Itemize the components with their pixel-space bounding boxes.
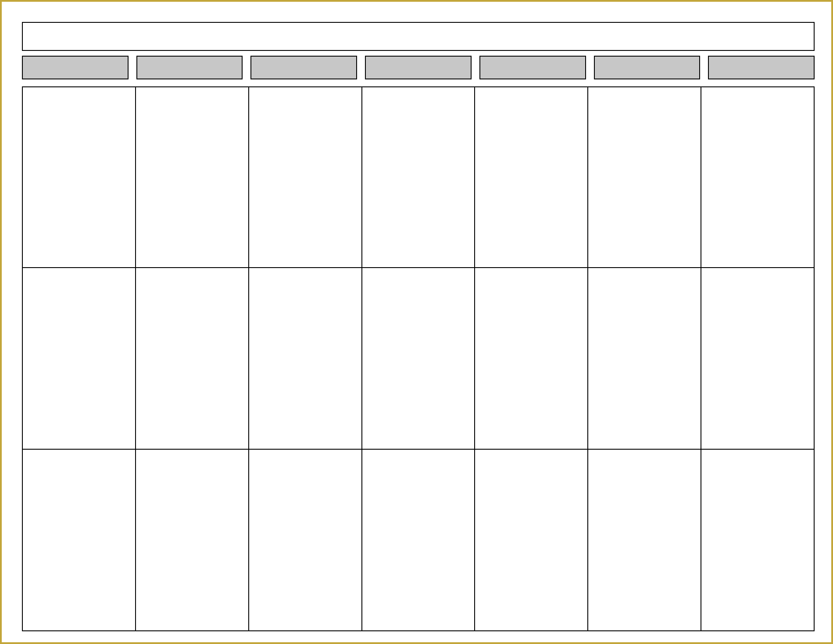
calendar-day-cell — [136, 450, 249, 631]
calendar-day-cell — [22, 450, 136, 631]
calendar-day-cell — [475, 86, 588, 268]
calendar-day-cell — [701, 268, 815, 450]
calendar-title-box — [22, 22, 815, 51]
calendar-day-cell — [362, 450, 475, 631]
calendar-grid — [22, 86, 815, 631]
calendar-day-cell — [475, 450, 588, 631]
calendar-day-cell — [136, 268, 249, 450]
calendar-day-cell — [22, 268, 136, 450]
page-frame — [0, 0, 833, 644]
calendar-day-cell — [475, 268, 588, 450]
calendar-day-cell — [588, 450, 701, 631]
day-header-cell — [365, 56, 472, 79]
day-header-row — [22, 56, 815, 79]
calendar-sheet — [22, 22, 815, 633]
calendar-day-cell — [136, 86, 249, 268]
calendar-day-cell — [701, 450, 815, 631]
calendar-day-cell — [701, 86, 815, 268]
day-header-cell — [22, 56, 129, 79]
calendar-day-cell — [249, 86, 362, 268]
calendar-day-cell — [362, 86, 475, 268]
day-header-cell — [479, 56, 586, 79]
calendar-week-row — [22, 450, 815, 631]
day-header-cell — [594, 56, 701, 79]
calendar-day-cell — [249, 268, 362, 450]
spacer — [22, 79, 815, 86]
day-header-cell — [708, 56, 815, 79]
calendar-week-row — [22, 268, 815, 450]
calendar-day-cell — [588, 268, 701, 450]
day-header-cell — [250, 56, 357, 79]
calendar-day-cell — [588, 86, 701, 268]
day-header-cell — [136, 56, 243, 79]
spacer — [22, 51, 815, 56]
calendar-day-cell — [249, 450, 362, 631]
calendar-day-cell — [362, 268, 475, 450]
calendar-day-cell — [22, 86, 136, 268]
calendar-week-row — [22, 86, 815, 268]
